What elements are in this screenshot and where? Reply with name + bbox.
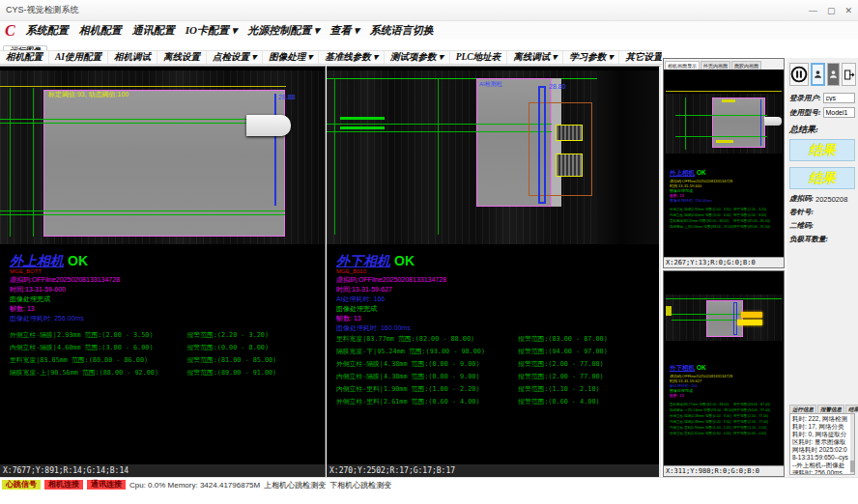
thumb-image-lower[interactable] [666, 294, 782, 341]
thumb-tab-camera-view[interactable]: 相机画面显示 [665, 61, 700, 70]
blue-measure-line [760, 99, 761, 146]
thumb-panel-upper[interactable]: 相机画面显示 外壳内画面 面胶内画面 外上相机OK 虚拟码:OFFline202… [663, 58, 785, 268]
frame-count-line: 帧数: 13 [336, 314, 653, 322]
yellow-reference-line [0, 86, 286, 87]
result-text: 结果 [809, 170, 836, 187]
tool-test-params[interactable]: 测试项参数 ▾ [385, 51, 450, 64]
measurement-row: 内侧立柱-里料|1.90mm 范围:(1.00 - 2.20)报警范围:(1.1… [336, 383, 655, 396]
tab-result-info[interactable]: 结果信息 [845, 405, 858, 413]
thumb-tab-film-view[interactable]: 面胶内画面 [731, 61, 761, 70]
measurement-value: 内侧立柱-里料|1.90mm 范围:(1.00 - 2.20) [336, 383, 518, 396]
pixel-coords-bar: X:270;Y:2502;R:17;G:17;B:17 [327, 464, 659, 477]
tab-strip: 运行图像 [0, 40, 858, 50]
alarm-range: 报警范围:(94.00 - 97.00) [518, 346, 655, 358]
green-measure-line [675, 136, 767, 137]
measurement-row: 外侧立柱-隔膜|2.93mm 范围:(2.00 - 3.50)报警范围:(2.2… [10, 329, 321, 342]
menu-camera-config[interactable]: 相机配置 [79, 23, 122, 38]
pause-button[interactable] [789, 63, 809, 86]
tab-connector-region [246, 115, 291, 136]
info-tabs: 运行信息 报警信息 结果信息 [789, 405, 855, 413]
barcode-line: 虚拟码:OFFline20250208133134728 [336, 275, 653, 284]
alarm-range: 报警范围:(2.20 - 3.20) [187, 329, 321, 342]
blue-measure-value: 28.88 [278, 94, 296, 101]
camera-image-lower[interactable]: AI检测框 28.80 [327, 70, 659, 244]
log-scrollbar-thumb[interactable] [850, 461, 854, 472]
operator-button[interactable] [827, 63, 840, 86]
time-line: 时间:13-31-59-627 [336, 285, 653, 294]
logout-button[interactable] [842, 63, 856, 86]
menu-light-config[interactable]: 光源控制配置 ▾ [247, 23, 319, 38]
exit-door-icon [843, 69, 855, 81]
measurement-value: 隔膜宽度-上|90.56mm 范围:(88.00 - 92.00) [670, 224, 733, 230]
alarm-range: 报警范围:(2.00 - 77.00) [518, 358, 655, 371]
green-reference-line-vertical [685, 98, 686, 150]
menu-system-config[interactable]: 系统配置 [26, 23, 69, 38]
alarm-range: 报警范围:(89.00 - 91.00) [187, 367, 321, 379]
menu-language-switch[interactable]: 系统语言切换 [370, 23, 434, 38]
tool-ai-config[interactable]: AI使用配置 [49, 51, 108, 64]
tool-learn-params[interactable]: 学习参数 ▾ [563, 51, 619, 64]
user-icon [813, 69, 823, 80]
tool-image-process[interactable]: 图像处理 ▾ [263, 51, 319, 64]
login-user-field[interactable] [823, 93, 856, 103]
measurement-row: 外侧立柱-里料|2.61mm 范围:(0.60 - 4.00)报警范围:(0.6… [336, 396, 655, 408]
thumb-image-upper[interactable] [666, 94, 782, 154]
tool-plc-address[interactable]: PLC地址表 [450, 51, 507, 64]
dark-region [597, 70, 659, 244]
measurement-row: 外侧立柱-里料|2.61mm 范围:(0.60 - 4.00)报警范围:(0.6… [670, 431, 782, 436]
measurement-list-lower: 里料宽度|83.77mm 范围:(82.00 - 88.00)报警范围:(83.… [336, 333, 655, 408]
frame-count-line: 帧数: 13 [670, 393, 782, 398]
close-button[interactable]: ✕ [844, 6, 852, 15]
camera-link-badge: 相机连接 [44, 480, 83, 490]
maximize-button[interactable]: ▢ [827, 6, 836, 15]
thumb-tab-shell-view[interactable]: 外壳内画面 [701, 61, 730, 70]
comm-link-badge: 通讯连接 [87, 480, 126, 490]
tool-camera-debug[interactable]: 相机调试 [108, 51, 157, 64]
minimize-button[interactable]: — [809, 6, 817, 15]
tool-camera-config[interactable]: 相机配置 [0, 51, 49, 64]
tool-spotcheck-setting[interactable]: 点检设置 ▾ [207, 51, 263, 64]
run-log-text: 耗时: 222, 网络检测耗时: 17, 网络分类耗时: 0, 网络提取分区耗时… [792, 415, 848, 475]
tab-connector-region [764, 117, 782, 126]
run-log-box[interactable]: 耗时: 222, 网络检测耗时: 17, 网络分类耗时: 0, 网络提取分区耗时… [789, 413, 855, 475]
barcode-line: 虚拟码:OFFline20250208133134728 [10, 275, 319, 284]
thumb-measurements: 里料宽度|83.77mm 范围:(82.00 - 88.00)报警范围:(83.… [670, 402, 782, 436]
thumb-panel-lower[interactable]: 外下相机OK 虚拟码:OFFline20250208133134728 时间:1… [663, 270, 785, 477]
alarm-range: 报警范围:(81.00 - 85.00) [187, 354, 321, 367]
frame-count-line: 帧数: 13 [10, 304, 319, 313]
camera-title: 外上相机 [670, 169, 695, 176]
tool-baseline-params[interactable]: 基准线参数 ▾ [319, 51, 385, 64]
log-scrollbar[interactable] [850, 414, 854, 474]
ai-box-label: AI检测框 [479, 80, 502, 88]
green-measure-line [0, 214, 285, 215]
title-bar: CYS-视觉检测系统 — ▢ ✕ [0, 0, 858, 21]
measurement-row: 里料宽度|83.77mm 范围:(82.00 - 88.00)报警范围:(83.… [336, 333, 655, 346]
tab-run-info[interactable]: 运行信息 [789, 405, 816, 413]
elapsed-line: 图像处理耗时: 256.00ms [670, 198, 782, 203]
tab-alarm-info[interactable]: 报警信息 [817, 405, 844, 413]
menu-view[interactable]: 查看 ▾ [329, 23, 358, 38]
measurement-value: 内侧立柱-隔膜|4.38mm 范围:(0.00 - 9.00) [336, 371, 518, 383]
camera-panel-lower-outer: AI检测框 28.80 外下相机OK MGE_B010 虚拟码:OFFline2… [327, 66, 661, 477]
app-logo-icon: C [5, 23, 15, 39]
yellow-detect-box [556, 125, 583, 141]
camera-image-upper[interactable]: 标定阈值:93, 动态阈值:100 28.88 [0, 70, 325, 244]
user-login-button[interactable] [811, 63, 825, 86]
tab-count-row: 负极耳数量: [789, 235, 855, 244]
tool-offline-debug[interactable]: 离线调试 ▾ [507, 51, 563, 64]
tab-count-label: 负极耳数量: [789, 235, 828, 244]
measurement-value: 内侧立柱-隔膜|4.60mm 范围:(3.00 - 6.00) [10, 342, 187, 354]
tool-other-setting[interactable]: 其它设置 ▾ [619, 51, 662, 64]
tool-offline-setting[interactable]: 离线设置 [157, 51, 207, 64]
blue-measure-line [274, 94, 276, 206]
camera-info-upper: 外上相机OK MGE_BOTT 虚拟码:OFFline2025020813313… [10, 252, 319, 322]
menu-io-config[interactable]: IO卡配置 ▾ [186, 23, 238, 38]
model-field[interactable] [823, 107, 856, 118]
secondary-toolbar: 相机配置 AI使用配置 相机调试 离线设置 点检设置 ▾ 图像处理 ▾ 基准线参… [0, 50, 662, 65]
measurement-value: 外侧立柱-隔膜|2.93mm 范围:(2.00 - 3.50) [10, 329, 187, 342]
camera-title: 外上相机 [10, 254, 64, 269]
measurement-value: 隔膜宽度-上|90.56mm 范围:(88.00 - 92.00) [10, 367, 187, 379]
menu-comm-config[interactable]: 通讯配置 [132, 23, 175, 38]
green-measure-line [672, 314, 749, 315]
window-controls: — ▢ ✕ [809, 6, 852, 15]
